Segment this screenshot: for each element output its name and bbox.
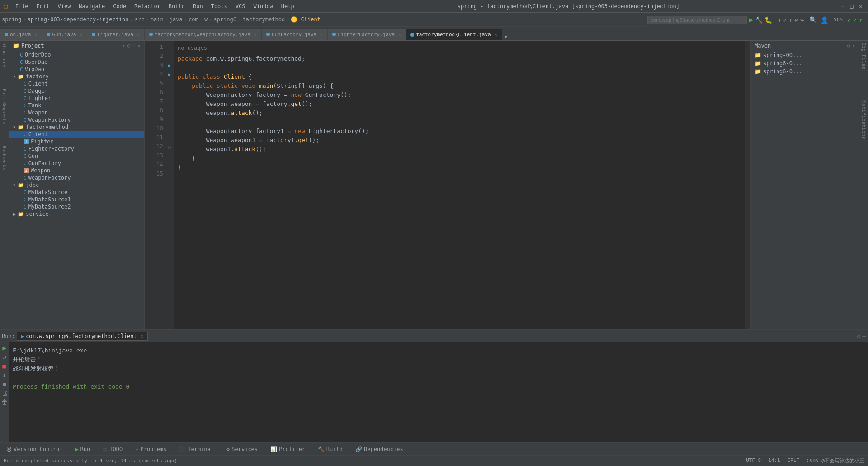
tree-item-jdbc[interactable]: ▾ 📁 jdbc xyxy=(9,181,144,189)
breadcrumb-spring[interactable]: spring xyxy=(2,16,21,23)
run-config-selector[interactable] xyxy=(647,16,747,24)
tree-item-factory[interactable]: ▾ 📁 factory xyxy=(9,73,144,80)
tab-1[interactable]: Gun.java ✕ xyxy=(42,29,87,40)
run-minimize-icon[interactable]: ─ xyxy=(863,333,866,340)
project-dropdown-icon[interactable]: ▾ xyxy=(122,43,125,49)
tab-close-3[interactable]: ✕ xyxy=(254,32,257,37)
undo-button[interactable]: ↩ xyxy=(794,16,798,24)
run-toolbar-button[interactable]: ▶ Run xyxy=(72,445,93,453)
vcs-push[interactable]: ⬆ xyxy=(789,16,793,24)
redo-button[interactable]: ↪ xyxy=(800,16,804,24)
tree-item-mydatasource1[interactable]: C MyDataSource1 xyxy=(9,196,144,203)
tree-item-fm-fighterfactory[interactable]: C FighterFactory xyxy=(9,145,144,152)
breadcrumb-spring6[interactable]: spring6 xyxy=(213,16,236,23)
menu-view[interactable]: View xyxy=(54,2,74,10)
tab-close-5[interactable]: ✕ xyxy=(398,32,401,37)
menu-help[interactable]: Help xyxy=(278,2,298,10)
big-files-label[interactable]: Big Files xyxy=(861,43,867,70)
tab-0[interactable]: on.java ✕ xyxy=(0,29,42,40)
structure-icon[interactable]: Structure xyxy=(2,43,7,67)
tab-6[interactable]: factorymethod\Client.java ✕ xyxy=(406,29,502,40)
breadcrumb-java[interactable]: java xyxy=(170,16,183,23)
bookmarks-icon[interactable]: Bookmarks xyxy=(2,146,7,170)
menu-build[interactable]: Build xyxy=(165,2,189,10)
run-tab-client[interactable]: ▶ com.w.spring6.factorymethod.Client ✕ xyxy=(17,332,148,341)
run-scroll-icon[interactable]: ↕ xyxy=(2,371,6,379)
editor-scrollbar[interactable] xyxy=(745,41,750,329)
search-button[interactable]: 🔍 xyxy=(809,16,817,24)
menu-file[interactable]: File xyxy=(12,2,32,10)
close-button[interactable]: ✕ xyxy=(857,3,864,10)
dependencies-button[interactable]: 🔗 Dependencies xyxy=(353,445,406,453)
menu-run[interactable]: Run xyxy=(189,2,207,10)
status-line-ending[interactable]: CRLF xyxy=(788,457,800,464)
debug-button[interactable]: 🐛 xyxy=(764,16,772,24)
tree-item-fighter[interactable]: C Fighter xyxy=(9,95,144,102)
terminal-button[interactable]: ⬛ Terminal xyxy=(176,445,217,453)
notifications-label[interactable]: Notifications xyxy=(861,100,867,139)
tab-close-1[interactable]: ✕ xyxy=(80,32,82,37)
tree-item-factorymethod[interactable]: ▾ 📁 factorymethod xyxy=(9,124,144,131)
build-toolbar-button[interactable]: 🔨 Build xyxy=(315,445,345,453)
tree-item-fm-gunfactory[interactable]: C GunFactory xyxy=(9,160,144,167)
run-stop-button[interactable]: ■ xyxy=(2,362,6,370)
tab-4[interactable]: GunFactory.java ✕ xyxy=(262,29,328,40)
maven-item-1[interactable]: 📁 spring6-0... xyxy=(751,59,859,67)
breadcrumb-w[interactable]: w xyxy=(204,16,208,23)
tree-item-factory-client[interactable]: C Client xyxy=(9,80,144,87)
breadcrumb-factorymethod[interactable]: factorymethod xyxy=(242,16,285,23)
tree-item-orderdao[interactable]: C OrderDao xyxy=(9,51,144,58)
tree-item-fm-fighter[interactable]: I Fighter xyxy=(9,138,144,145)
tree-item-fm-weapon[interactable]: I Weapon xyxy=(9,167,144,174)
menu-navigate[interactable]: Navigate xyxy=(75,2,108,10)
breadcrumb-project[interactable]: spring-003-dependency-injection xyxy=(28,16,129,23)
services-button[interactable]: ⚙ Services xyxy=(224,445,260,453)
run-trash-icon[interactable]: 🗑 xyxy=(1,399,8,406)
menu-edit[interactable]: Edit xyxy=(33,2,53,10)
maven-settings-icon[interactable]: ⚙ xyxy=(847,43,850,49)
tree-item-weaponfactory[interactable]: C WeaponFactory xyxy=(9,116,144,124)
tree-item-tank[interactable]: C Tank xyxy=(9,102,144,109)
run-fold-icon[interactable]: ≡ xyxy=(2,380,6,388)
tree-item-fm-client[interactable]: C Client xyxy=(9,131,144,138)
profiler-button[interactable]: 📊 Profiler xyxy=(268,445,308,453)
problems-button[interactable]: ⚠ Problems xyxy=(132,445,169,453)
breadcrumb-src[interactable]: src xyxy=(135,16,145,23)
version-control-button[interactable]: ⛓ Version Control xyxy=(4,445,65,453)
run-rerun-button[interactable]: ↺ xyxy=(2,353,6,361)
run-tab-close[interactable]: ✕ xyxy=(141,333,144,339)
maximize-button[interactable]: □ xyxy=(848,3,855,10)
tab-close-2[interactable]: ✕ xyxy=(137,32,140,37)
status-line-col[interactable]: 14:1 xyxy=(768,457,780,464)
tree-item-mydatasource[interactable]: C MyDataSource xyxy=(9,189,144,196)
status-encoding[interactable]: UTF-8 xyxy=(746,457,761,464)
tab-overflow-button[interactable]: ▾ xyxy=(502,33,509,40)
tree-item-fm-weaponfactory[interactable]: C WeaponFactory xyxy=(9,174,144,181)
tree-item-weapon-factory[interactable]: C Weapon xyxy=(9,109,144,116)
menu-refactor[interactable]: Refactor xyxy=(131,2,164,10)
user-avatar[interactable]: 👤 xyxy=(821,16,828,24)
menu-vcs[interactable]: VCS xyxy=(232,2,249,10)
tab-close-6[interactable]: ✕ xyxy=(495,32,497,37)
tree-item-mydatasource2[interactable]: C MyDataSource2 xyxy=(9,203,144,210)
tree-item-dagger[interactable]: C Dagger xyxy=(9,87,144,95)
tree-item-fm-gun[interactable]: C Gun xyxy=(9,152,144,160)
maven-item-0[interactable]: 📁 spring-00... xyxy=(751,51,859,59)
run-button[interactable]: ▶ xyxy=(749,15,753,24)
breadcrumb-main[interactable]: main xyxy=(151,16,164,23)
todo-button[interactable]: ☰ TODO xyxy=(100,445,125,453)
minimize-button[interactable]: ─ xyxy=(839,3,846,10)
menu-window[interactable]: Window xyxy=(250,2,276,10)
code-content[interactable]: no usages package com.w.spring6.factorym… xyxy=(174,41,745,329)
tab-5[interactable]: FighterFactory.java ✕ xyxy=(328,29,406,40)
vcs-commit[interactable]: ✓ xyxy=(783,16,787,24)
pull-requests-icon[interactable]: Pull Requests xyxy=(2,89,7,124)
menu-code[interactable]: Code xyxy=(109,2,130,10)
run-play-button[interactable]: ▶ xyxy=(2,344,6,352)
maven-close-icon[interactable]: ✕ xyxy=(852,43,855,49)
code-area[interactable]: 1 2 3 4 5 6 7 8 9 10 11 12 13 14 15 ▶ ▶ xyxy=(145,41,750,329)
build-button[interactable]: 🔨 xyxy=(755,16,763,24)
project-settings-icon[interactable]: ⚙ xyxy=(127,43,130,49)
tab-close-0[interactable]: ✕ xyxy=(34,32,37,37)
project-close-icon[interactable]: ✕ xyxy=(137,43,141,49)
